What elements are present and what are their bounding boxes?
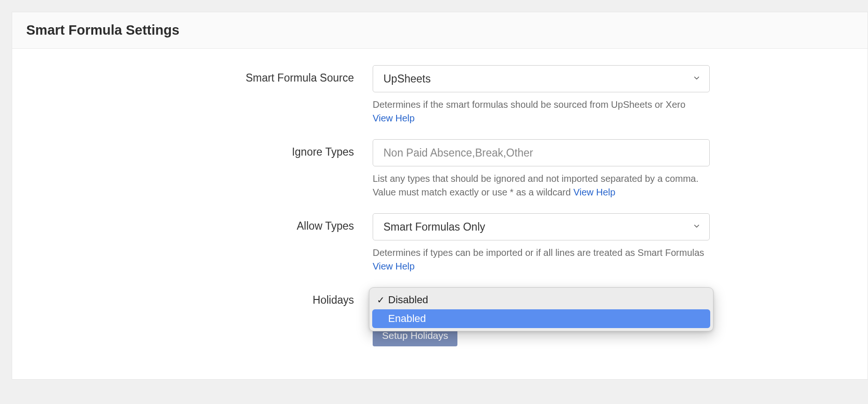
control-holidays: ✓ Disabled Enabled Setup Holidays — [373, 287, 710, 346]
label-ignore: Ignore Types — [26, 139, 373, 158]
label-allow: Allow Types — [26, 213, 373, 232]
help-source-text: Determines if the smart formulas should … — [373, 99, 685, 110]
panel-title: Smart Formula Settings — [26, 22, 853, 38]
help-link-source[interactable]: View Help — [373, 113, 415, 123]
select-allow-value: Smart Formulas Only — [383, 221, 485, 233]
option-disabled-label: Disabled — [388, 294, 428, 306]
label-holidays: Holidays — [26, 287, 373, 307]
help-source: Determines if the smart formulas should … — [373, 98, 710, 125]
option-disabled[interactable]: ✓ Disabled — [372, 291, 710, 309]
option-enabled[interactable]: Enabled — [372, 309, 710, 328]
help-link-ignore[interactable]: View Help — [574, 187, 616, 197]
help-ignore-text: List any types that should be ignored an… — [373, 173, 699, 197]
settings-panel: Smart Formula Settings Smart Formula Sou… — [12, 12, 868, 380]
select-source[interactable]: UpSheets — [373, 65, 710, 92]
check-icon: ✓ — [377, 294, 388, 306]
help-allow-text: Determines if types can be imported or i… — [373, 247, 704, 258]
panel-body: Smart Formula Source UpSheets Determines… — [12, 49, 868, 379]
panel-header: Smart Formula Settings — [12, 12, 868, 49]
select-source-value: UpSheets — [383, 73, 431, 85]
control-ignore: List any types that should be ignored an… — [373, 139, 710, 199]
select-allow[interactable]: Smart Formulas Only — [373, 213, 710, 240]
input-ignore-types[interactable] — [373, 139, 710, 166]
control-allow: Smart Formulas Only Determines if types … — [373, 213, 710, 273]
row-holidays: Holidays ✓ Disabled Enabled Setup Holida… — [26, 287, 853, 346]
dropdown-holidays: ✓ Disabled Enabled — [369, 287, 714, 331]
option-enabled-label: Enabled — [388, 313, 426, 325]
chevron-down-icon — [692, 221, 701, 233]
row-allow: Allow Types Smart Formulas Only Determin… — [26, 213, 853, 273]
help-ignore: List any types that should be ignored an… — [373, 172, 710, 199]
row-source: Smart Formula Source UpSheets Determines… — [26, 65, 853, 125]
help-allow: Determines if types can be imported or i… — [373, 246, 710, 273]
help-link-allow[interactable]: View Help — [373, 261, 415, 271]
row-ignore: Ignore Types List any types that should … — [26, 139, 853, 199]
chevron-down-icon — [692, 73, 701, 85]
label-source: Smart Formula Source — [26, 65, 373, 84]
control-source: UpSheets Determines if the smart formula… — [373, 65, 710, 125]
